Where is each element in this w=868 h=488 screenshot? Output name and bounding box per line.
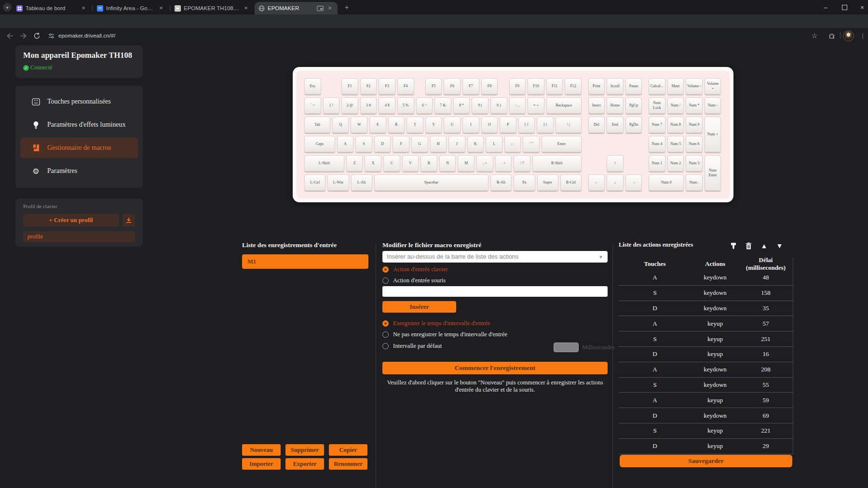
media-control-icon[interactable] [317,6,324,11]
key-b[interactable]: B [420,155,437,171]
key-[interactable]: . > [495,155,512,171]
action-row[interactable]: Skeydown158 [619,286,793,301]
action-row[interactable]: Akeydown48 [619,270,793,286]
insert-button[interactable]: Insérer [382,301,456,313]
key-muet[interactable]: Muet [667,78,684,94]
key-pause[interactable]: Pause [625,78,642,94]
key-8[interactable]: 8 * [453,97,470,114]
key-num-3[interactable]: Num 3 [686,155,703,171]
exporter-button[interactable]: Exporter [285,458,324,470]
key-esc[interactable]: Esc [304,78,321,94]
key-fn[interactable]: Fn [514,174,535,191]
tab-epomaker-active[interactable]: EPOMAKER × [255,2,338,14]
default-interval-input[interactable] [554,343,579,352]
key-[interactable]: ← [588,174,605,191]
key-num-9[interactable]: Num 9 [686,117,703,133]
window-restore-icon[interactable] [836,0,853,14]
key-c[interactable]: C [383,155,400,171]
key-print[interactable]: Print [588,78,605,94]
key-f1[interactable]: F1 [341,78,358,94]
key-9[interactable]: 9 ( [472,97,488,114]
key-1[interactable]: 1 ! [323,97,340,114]
key-f6[interactable]: F6 [444,78,461,94]
key-q[interactable]: Q [332,117,349,133]
key-f7[interactable]: F7 [462,78,479,94]
key-insert[interactable]: Insert [588,97,605,114]
radio-record-interval[interactable]: Enregistrer le temps d'intervalle d'entr… [382,320,490,327]
nouveau-button[interactable]: Nouveau [242,444,281,456]
key-i[interactable]: I [462,117,479,133]
key-calcul[interactable]: Calcul... [649,78,665,94]
key-[interactable]: , < [476,155,493,171]
tab-close-icon[interactable]: × [157,4,165,12]
key-d[interactable]: D [374,136,391,152]
radio-mouse-action[interactable]: Action d'entrée souris [382,277,446,284]
create-profile-button[interactable]: + Créer un profil [23,214,119,226]
key-e[interactable]: E [369,117,386,133]
import-profile-button[interactable] [122,214,135,226]
key-z[interactable]: Z [346,155,363,171]
key-5[interactable]: 5 % [397,97,414,114]
key-r[interactable]: R [388,117,405,133]
tab-close-icon[interactable]: × [242,4,250,12]
tab-epomaker-th108[interactable]: EPOMAKER TH108 – epomaker × [171,2,254,14]
key-[interactable]: \ | [556,117,582,133]
key-r-alt[interactable]: R-Alt [490,174,512,191]
save-button[interactable]: Sauvegarder [620,455,792,467]
action-row[interactable]: Dkeydown69 [619,408,793,423]
key-x[interactable]: X [365,155,381,171]
reload-icon[interactable] [32,31,41,40]
action-row[interactable]: Skeydown55 [619,378,793,393]
key-y[interactable]: Y [425,117,442,133]
key-num[interactable]: Num - [705,97,721,114]
key-f9[interactable]: F9 [509,78,526,94]
key-home[interactable]: Home [607,97,624,114]
key-capture-input[interactable] [382,286,608,297]
key-6[interactable]: 6 ^ [416,97,433,114]
profile-avatar[interactable] [843,30,854,41]
key-f12[interactable]: F12 [565,78,582,94]
copier-button[interactable]: Copier [329,444,367,456]
tab-close-icon[interactable]: × [326,4,334,12]
key-[interactable]: ↓ [607,174,624,191]
key-[interactable]: ` ~ [304,97,321,114]
key-n[interactable]: N [439,155,456,171]
key-[interactable]: ] } [537,117,554,133]
key-p[interactable]: P [500,117,516,133]
radio-keyboard-action[interactable]: Action d'entrée clavier [382,266,448,273]
tab-tableau-de-bord[interactable]: Tableau de bord × [13,2,91,14]
window-minimize-icon[interactable]: – [817,0,834,14]
importer-button[interactable]: Importer [242,458,281,470]
key-num[interactable]: Num + [705,117,721,152]
renommer-button[interactable]: Renommer [329,458,367,470]
key-f8[interactable]: F8 [481,78,498,94]
clear-brush-icon[interactable] [730,242,737,250]
key-2[interactable]: 2 @ [341,97,358,114]
key-backspace[interactable]: Backspace [546,97,582,114]
sidebar-item-settings[interactable]: ⚙ Paramètres [20,161,138,181]
key-num-4[interactable]: Num 4 [649,136,665,152]
key-v[interactable]: V [402,155,419,171]
key-h[interactable]: H [430,136,447,152]
key-j[interactable]: J [448,136,465,152]
key-f[interactable]: F [393,136,409,152]
tab-search-icon[interactable]: ▾ [3,3,12,12]
action-row[interactable]: Akeyup57 [619,316,793,331]
key-l-shift[interactable]: L-Shift [304,155,344,171]
key-[interactable]: - _ [509,97,526,114]
key-num-1[interactable]: Num 1 [649,155,665,171]
key-r-ctrl[interactable]: R-Ctrl [560,174,582,191]
extensions-icon[interactable] [827,30,837,41]
key-l-ctrl[interactable]: L-Ctrl [304,174,326,191]
tab-close-icon[interactable]: × [80,4,87,12]
key-4[interactable]: 4 $ [379,97,395,114]
key-enter[interactable]: Enter [542,136,582,152]
browser-menu-icon[interactable]: ⋮ [857,30,868,41]
key-volume[interactable]: Volume - [686,78,703,94]
site-settings-icon[interactable] [48,33,54,39]
key-f2[interactable]: F2 [360,78,377,94]
tab-google-docs[interactable]: Infinity Area - Google Docs × [93,2,169,14]
key-num-5[interactable]: Num 5 [667,136,684,152]
key-num-8[interactable]: Num 8 [667,117,684,133]
key-[interactable]: → [625,174,642,191]
